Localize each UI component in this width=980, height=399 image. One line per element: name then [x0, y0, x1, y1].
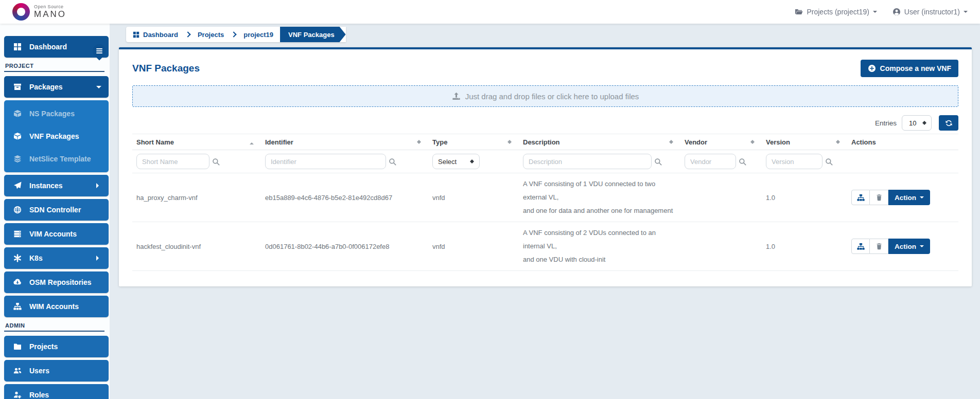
filter-identifier-input[interactable]: [265, 154, 386, 169]
file-dropzone[interactable]: Just drag and drop files or click here t…: [132, 85, 958, 107]
refresh-button[interactable]: [939, 115, 958, 131]
breadcrumb-project19[interactable]: project19: [237, 27, 280, 42]
delete-button[interactable]: [870, 239, 888, 254]
hamburger-icon: [96, 48, 102, 53]
sidebar-item-label: Users: [29, 367, 49, 375]
dashboard-grid-icon: [13, 43, 22, 51]
chevron-down-icon: [964, 11, 968, 15]
logo-name-text: MANO: [34, 10, 66, 19]
action-dropdown-button[interactable]: Action: [888, 190, 930, 205]
projects-dropdown[interactable]: Projects (project19): [795, 8, 877, 16]
column-header-type[interactable]: Type: [428, 134, 519, 150]
filter-short-name-input[interactable]: [136, 154, 209, 169]
table-row: ha_proxy_charm-vnf eb15a889-e4c6-4876-b5…: [132, 173, 958, 222]
chevron-down-icon: [920, 196, 924, 201]
sidebar-item-vim-accounts[interactable]: VIM Accounts: [4, 223, 109, 245]
sidebar-item-netslice-template[interactable]: NetSlice Template: [4, 148, 109, 170]
sidebar-item-label: K8s: [29, 254, 43, 262]
asterisk-icon: [13, 254, 22, 262]
entries-select[interactable]: 10: [902, 115, 932, 131]
breadcrumb-dashboard[interactable]: Dashboard: [126, 27, 185, 42]
search-icon[interactable]: [389, 158, 396, 166]
sidebar-item-packages[interactable]: Packages: [4, 76, 109, 98]
topology-button[interactable]: [851, 239, 870, 254]
sidebar-item-ns-packages[interactable]: NS Packages: [4, 102, 109, 125]
column-header-actions: Actions: [847, 134, 958, 150]
chevron-down-icon: [96, 86, 101, 91]
sidebar-item-wim-accounts[interactable]: WIM Accounts: [4, 296, 109, 317]
cell-version: 1.0: [762, 239, 847, 255]
user-circle-icon: [892, 8, 901, 16]
compose-new-vnf-button[interactable]: Compose a new VNF: [861, 60, 958, 77]
sidebar-item-label: Roles: [29, 391, 49, 399]
top-bar: Open Source MANO Projects (project19) Us…: [0, 0, 980, 24]
sort-asc-icon: [250, 140, 254, 144]
sidebar-item-vnf-packages[interactable]: VNF Packages: [4, 125, 109, 148]
action-dropdown-button[interactable]: Action: [888, 239, 930, 254]
sort-icon: [417, 138, 421, 146]
stepper-icon: [922, 119, 926, 127]
sidebar-item-label: VIM Accounts: [29, 230, 77, 238]
filter-version-input[interactable]: [766, 154, 822, 169]
sidebar-item-instances[interactable]: Instances: [4, 175, 109, 196]
column-header-vendor[interactable]: Vendor: [680, 134, 762, 150]
dashboard-grid-icon: [133, 31, 139, 38]
table-filter-row: Select: [132, 150, 958, 173]
box-open-icon: [13, 132, 22, 140]
chevron-down-icon: [873, 11, 877, 15]
osm-logo[interactable]: Open Source MANO: [12, 3, 66, 21]
stepper-icon: [470, 157, 474, 166]
plus-circle-icon: [868, 64, 876, 72]
cell-identifier: eb15a889-e4c6-4876-b5e2-81e492cd8d67: [261, 190, 428, 206]
topology-button[interactable]: [851, 190, 870, 205]
breadcrumb-current: VNF Packages: [280, 27, 346, 42]
search-icon[interactable]: [739, 158, 746, 166]
sidebar-item-roles[interactable]: Roles: [4, 384, 109, 399]
cell-short-name: hackfest_cloudinit-vnf: [132, 239, 261, 255]
filter-type-select[interactable]: Select: [432, 154, 480, 169]
sidebar-item-label: OSM Repositories: [29, 278, 92, 286]
breadcrumb-separator-icon: [231, 31, 237, 37]
layers-icon: [13, 155, 22, 163]
archive-box-icon: [13, 83, 22, 91]
sidebar-item-projects[interactable]: Projects: [4, 336, 109, 357]
search-icon[interactable]: [825, 158, 833, 166]
filter-description-input[interactable]: [523, 154, 652, 169]
breadcrumb-projects[interactable]: Projects: [191, 27, 231, 42]
sidebar-item-osm-repositories[interactable]: OSM Repositories: [4, 271, 109, 293]
server-icon: [13, 230, 22, 238]
filter-vendor-input[interactable]: [685, 154, 736, 169]
dropzone-text: Just drag and drop files or click here t…: [465, 92, 639, 101]
sidebar-item-sdn-controller[interactable]: SDN Controller: [4, 199, 109, 221]
column-header-identifier[interactable]: Identifier: [261, 134, 428, 150]
delete-button[interactable]: [870, 190, 888, 205]
entries-label: Entries: [875, 119, 897, 127]
sidebar-item-label: Packages: [29, 83, 63, 91]
chevron-right-icon: [96, 256, 101, 261]
search-icon[interactable]: [654, 158, 662, 166]
sidebar-item-k8s[interactable]: K8s: [4, 247, 109, 269]
sidebar-item-label: WIM Accounts: [29, 302, 79, 311]
sidebar-item-label: SDN Controller: [29, 206, 81, 214]
sidebar-item-users[interactable]: Users: [4, 360, 109, 382]
sync-icon: [945, 119, 953, 127]
main-area: Dashboard Projects project19 VNF Package…: [110, 0, 980, 286]
globe-icon: [13, 206, 22, 214]
sitemap-icon: [13, 302, 22, 311]
folder-open-icon: [795, 8, 803, 16]
cell-short-name: ha_proxy_charm-vnf: [132, 190, 261, 206]
sidebar-item-dashboard[interactable]: Dashboard: [4, 36, 109, 58]
user-dropdown-label: User (instructor1): [904, 8, 960, 16]
vnf-packages-card: VNF Packages Compose a new VNF Just drag…: [119, 47, 972, 286]
cell-type: vnfd: [428, 239, 519, 255]
cell-vendor: [680, 242, 762, 250]
user-dropdown[interactable]: User (instructor1): [892, 8, 968, 16]
column-header-version[interactable]: Version: [762, 134, 847, 150]
row-actions: Action: [851, 190, 951, 205]
page-title: VNF Packages: [132, 63, 200, 74]
column-header-short-name[interactable]: Short Name: [132, 134, 261, 150]
search-icon[interactable]: [212, 158, 220, 166]
column-header-description[interactable]: Description: [519, 134, 680, 150]
folder-icon: [13, 342, 22, 351]
chevron-right-icon: [96, 183, 101, 188]
